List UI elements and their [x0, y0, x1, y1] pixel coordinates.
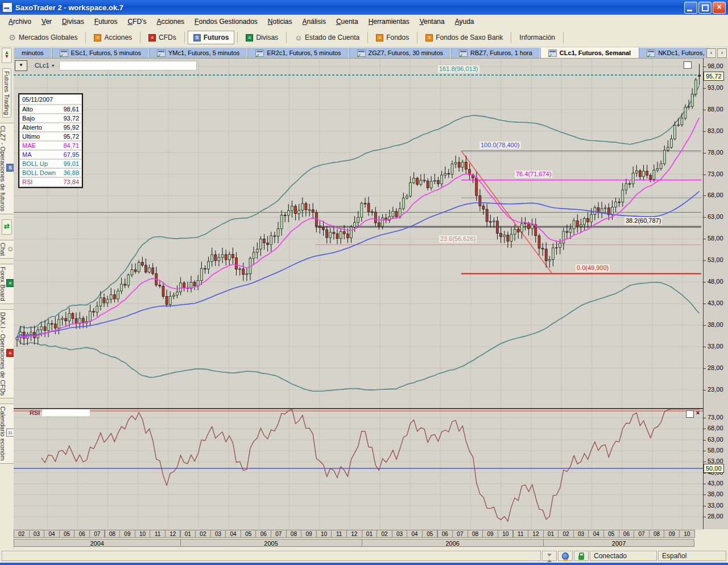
sidebar-item[interactable]: Chat: [0, 240, 15, 259]
network-icon: [562, 552, 569, 560]
app-icon: [2, 2, 13, 13]
chart-tab[interactable]: ER2c1, Futuros, 5 minutos: [247, 48, 349, 58]
rsi-settings-input[interactable]: [42, 409, 90, 416]
menu-item[interactable]: Herramientas: [363, 16, 415, 27]
xaxis-month-cell: 07: [271, 530, 287, 538]
xaxis-month-cell: 09: [301, 530, 317, 538]
sidebar-item-icon: [6, 349, 14, 357]
toolbar-button-icon: [246, 34, 253, 41]
sidebar-item[interactable]: Forex Board: [0, 264, 15, 304]
fib-level-label: 161.8(96,013): [438, 65, 479, 73]
tab-scroll-right-button[interactable]: ›: [717, 48, 727, 58]
info-box-row-label: MA: [22, 151, 32, 158]
chart-tab[interactable]: ZGZ7, Futuros, 30 minutos: [349, 48, 451, 58]
xaxis-month-cell: 03: [29, 530, 45, 538]
menu-item[interactable]: Archivo: [3, 16, 36, 27]
info-box-row: Bajo 93,72: [20, 114, 81, 122]
info-box-row: MAE 84,71: [20, 142, 81, 149]
chart-maximize-icon[interactable]: [684, 61, 692, 69]
chart-tab-bar: minutos ESc1, Futuros, 5 minutos YMc1, F…: [14, 48, 709, 58]
toolbar-button-icon: [193, 34, 201, 41]
minimize-button[interactable]: [684, 2, 697, 14]
rsi-maximize-icon[interactable]: [686, 410, 694, 418]
info-box-row-label: RSI: [22, 178, 32, 185]
sidebar-item[interactable]: Futures Trading: [2, 68, 11, 118]
chart-tab[interactable]: ESc1, Futuros, 5 minutos: [52, 48, 150, 58]
axis-tick: [704, 517, 706, 517]
toolbar-button[interactable]: CFDs: [143, 31, 181, 44]
chart-tab[interactable]: NKDc1, Futuros, 1 hora: [639, 48, 709, 58]
close-button[interactable]: ×: [713, 2, 726, 14]
toolbar-button-label: Mercados Globales: [19, 34, 77, 41]
connection-status: Conectado: [590, 551, 657, 561]
sidebar-item-icon: [3, 222, 11, 230]
xaxis-month-cell: 04: [44, 530, 60, 538]
toolbar-separator: [184, 32, 185, 43]
info-box-row-value: 99,01: [63, 160, 79, 167]
xaxis-month-cell: 10: [679, 530, 695, 538]
menu-item[interactable]: Acciones: [151, 16, 189, 27]
info-box-row-value: 98,61: [63, 106, 79, 113]
sidebar-item-label: Chat: [0, 243, 6, 256]
xaxis-month-cell: 12: [165, 530, 181, 538]
menu-item[interactable]: Ver: [36, 16, 57, 27]
toolbar-separator: [140, 32, 140, 43]
title-bar[interactable]: SaxoTrader 2 - workspace.ok.7 ×: [0, 0, 728, 15]
chart-tab-label: CLc1, Futuros, Semanal: [560, 49, 631, 56]
ohlc-info-box: 05/11/2007 Alto 98,61 Bajo 93,72 Abierto…: [18, 93, 83, 188]
toolbar-separator: [511, 32, 511, 43]
xaxis-month-cell: 03: [392, 530, 408, 538]
menu-item[interactable]: Fondos Gestionados: [189, 16, 263, 27]
sidebar-item[interactable]: CLZ7 - Operaciones de futuros: [0, 123, 15, 214]
axis-tick: [704, 495, 706, 495]
rsi-chart[interactable]: [14, 408, 703, 529]
menu-item[interactable]: Ventana: [415, 16, 450, 27]
menu-item[interactable]: CFD's: [122, 16, 151, 27]
chart-tab[interactable]: YMc1, Futuros, 5 minutos: [149, 48, 247, 58]
tab-scroll-left-button[interactable]: ‹: [706, 48, 716, 58]
toolbar-button[interactable]: Acciones: [89, 31, 137, 44]
toolbar-button[interactable]: Fondos de Saxo Bank: [420, 31, 508, 44]
axis-tick-label: 63,00: [708, 213, 723, 220]
axis-tick-label: 43,00: [708, 300, 723, 306]
menu-item[interactable]: Análisis: [297, 16, 331, 27]
toolbar-button[interactable]: Divisas: [241, 31, 283, 44]
xaxis-year-cell: 2005: [180, 539, 362, 547]
symbol-dropdown-caret[interactable]: ▼: [51, 64, 55, 68]
toolbar-separator: [286, 32, 287, 43]
chart-menu-dropdown-button[interactable]: ▼: [15, 60, 27, 71]
sidebar-item[interactable]: [2, 48, 12, 63]
menu-item[interactable]: Divisas: [57, 16, 89, 27]
xaxis-month-cell: 06: [619, 530, 635, 538]
sidebar-item[interactable]: [2, 219, 12, 235]
menu-item[interactable]: Futuros: [89, 16, 123, 27]
tab-scroll-buttons: ‹ ›: [706, 48, 727, 58]
restore-button[interactable]: [698, 2, 712, 14]
sidebar-item[interactable]: Calendario económ: [0, 404, 15, 463]
sidebar-item[interactable]: DAX.I - Operaciones de CFDs: [0, 309, 15, 398]
chart-tab[interactable]: RBZ7, Futuros, 1 hora: [451, 48, 540, 58]
chart-symbol-input[interactable]: [59, 61, 197, 70]
rsi-close-icon[interactable]: ×: [694, 410, 701, 416]
toolbar-button[interactable]: Futuros: [188, 31, 235, 44]
toolbar-button[interactable]: Fondos: [371, 31, 414, 44]
main-chart[interactable]: [14, 59, 703, 408]
menu-item[interactable]: Ayuda: [450, 16, 479, 27]
rsi-panel-header: RSI: [30, 409, 90, 416]
xaxis-month-cell: 01: [543, 530, 559, 538]
chart-tab[interactable]: minutos: [14, 48, 52, 58]
info-box-row-value: 95,72: [63, 133, 79, 140]
axis-tick-label: 43,00: [708, 480, 723, 487]
menu-item[interactable]: Noticias: [263, 16, 297, 27]
toolbar-button[interactable]: Estado de Cuenta: [289, 31, 365, 44]
info-box-row-value: 67,95: [63, 151, 79, 158]
window-title: SaxoTrader 2 - workspace.ok.7: [15, 3, 684, 12]
toolbar-button[interactable]: Mercados Globales: [3, 31, 82, 44]
info-box-row: Alto 98,61: [20, 105, 81, 113]
chart-tab[interactable]: CLc1, Futuros, Semanal: [540, 48, 639, 58]
chart-tab-label: ER2c1, Futuros, 5 minutos: [267, 49, 341, 56]
xaxis-month-cell: 02: [195, 530, 211, 538]
toolbar-button[interactable]: Información: [514, 31, 560, 44]
menu-item[interactable]: Cuenta: [331, 16, 363, 27]
xaxis-year-row: 2004200520062007: [14, 539, 728, 548]
